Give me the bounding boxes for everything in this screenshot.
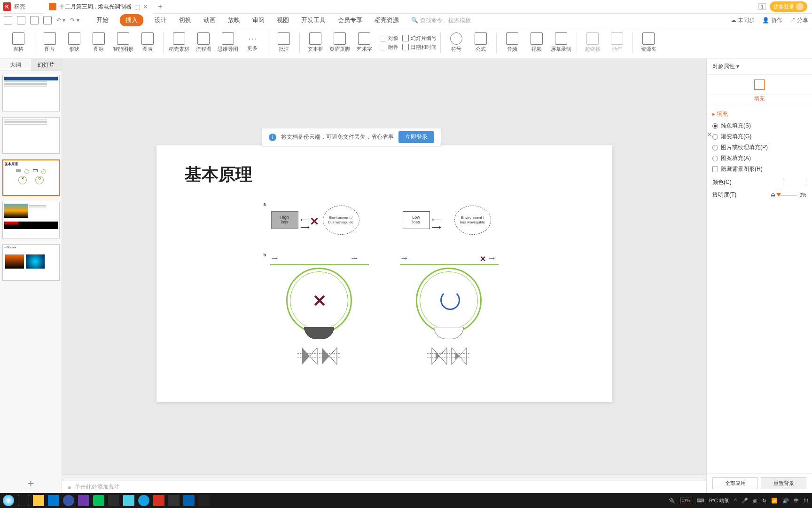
slide-thumb[interactable]: —TE mode: [2, 244, 60, 281]
task-view-icon[interactable]: [18, 495, 29, 506]
slide-thumb[interactable]: [2, 202, 60, 238]
tab-start[interactable]: 开始: [95, 14, 109, 26]
tab-transition[interactable]: 切换: [178, 14, 192, 26]
start-button[interactable]: [3, 495, 14, 506]
insert-headerfooter[interactable]: 页眉页脚: [328, 29, 351, 57]
sync-status[interactable]: ☁ 未同步: [731, 16, 755, 24]
insert-screenrec[interactable]: 屏幕录制: [549, 29, 573, 57]
insert-shape[interactable]: 形状: [62, 29, 86, 57]
insert-equation[interactable]: 公式: [469, 29, 492, 57]
clock[interactable]: 11: [804, 498, 809, 503]
sidebar-tab-outline[interactable]: 大纲: [0, 59, 31, 71]
minus-icon[interactable]: ⊖: [771, 192, 775, 198]
explorer-icon[interactable]: [33, 495, 44, 506]
tab-design[interactable]: 设计: [154, 14, 168, 26]
insert-flowchart[interactable]: 流程图: [192, 29, 215, 57]
insert-action[interactable]: 动作: [605, 29, 629, 57]
guest-login-button[interactable]: 访客登录: [770, 1, 807, 12]
banner-close-icon[interactable]: ✕: [707, 131, 712, 138]
share-button[interactable]: ↗ 分享: [790, 16, 808, 24]
fill-solid-radio[interactable]: 纯色填充(S): [712, 122, 806, 130]
slide-thumb[interactable]: [2, 75, 60, 111]
tab-view[interactable]: 视图: [276, 14, 290, 26]
window-index[interactable]: 1: [758, 3, 766, 10]
undo-button[interactable]: ↶ ▾: [56, 17, 65, 24]
redo-button[interactable]: ↷ ▾: [70, 17, 79, 24]
banner-login-button[interactable]: 立即登录: [398, 131, 434, 143]
app-icon[interactable]: [78, 495, 89, 506]
app-icon[interactable]: [168, 495, 180, 506]
save-as-icon[interactable]: [17, 16, 25, 24]
tab-member[interactable]: 会员专享: [337, 14, 363, 26]
insert-object[interactable]: 对象: [380, 35, 398, 42]
slide-thumb-current[interactable]: 基本原理 ✕ ↻: [2, 159, 60, 196]
battery-status[interactable]: 17%: [680, 498, 692, 503]
slide[interactable]: 基本原理 a High loss ⟵⟶ ✕ Environment / bus …: [156, 145, 612, 402]
tab-resources[interactable]: 稻壳资源: [374, 14, 400, 26]
print-icon[interactable]: [30, 16, 39, 24]
insert-assets[interactable]: 资源夹: [637, 29, 660, 57]
print-preview-icon[interactable]: [43, 16, 52, 24]
command-search[interactable]: 🔍 查找命令、搜索模板: [411, 16, 471, 24]
wps-icon[interactable]: [153, 495, 164, 506]
slide-canvas[interactable]: 基本原理 a High loss ⟵⟶ ✕ Environment / bus …: [62, 59, 706, 474]
mail-icon[interactable]: [48, 495, 59, 506]
edge-icon[interactable]: [138, 495, 149, 506]
app-icon[interactable]: [183, 495, 195, 506]
tab-review[interactable]: 审阅: [251, 14, 265, 26]
insert-audio[interactable]: 音频: [500, 29, 524, 57]
apply-all-button[interactable]: 全部应用: [712, 477, 758, 489]
collaborate-button[interactable]: 👤 协作: [762, 16, 782, 24]
tray-chevron-icon[interactable]: ^: [734, 498, 737, 503]
insert-table[interactable]: 表格: [7, 29, 30, 57]
tab-devtools[interactable]: 开发工具: [300, 14, 327, 26]
insert-textbox[interactable]: 文本框: [304, 29, 327, 57]
fill-picture-radio[interactable]: 图片或纹理填充(P): [712, 143, 806, 151]
opacity-slider[interactable]: ⊖ 0%: [771, 192, 806, 198]
fill-section-header[interactable]: ▸ 填充: [712, 110, 806, 118]
horizontal-scrollbar[interactable]: [62, 474, 706, 481]
insert-mindmap[interactable]: 思维导图: [216, 29, 240, 57]
insert-datetime[interactable]: 日期和时间: [402, 44, 437, 51]
panel-title[interactable]: 对象属性 ▾: [707, 59, 812, 75]
save-icon[interactable]: [4, 16, 12, 24]
add-slide-button[interactable]: +: [0, 474, 62, 493]
tab-close-icon[interactable]: ✕: [143, 3, 148, 10]
insert-attachment[interactable]: 附件: [380, 44, 398, 51]
sidebar-tab-slides[interactable]: 幻灯片: [31, 59, 62, 71]
fill-pattern-radio[interactable]: 图案填充(A): [712, 154, 806, 162]
new-tab-button[interactable]: +: [153, 2, 167, 11]
wechat-icon[interactable]: [93, 495, 104, 506]
location-icon[interactable]: ◎: [753, 498, 757, 504]
insert-video[interactable]: 视频: [525, 29, 548, 57]
tab-pin-icon[interactable]: ⬚: [134, 3, 140, 10]
insert-comment[interactable]: 批注: [272, 29, 296, 57]
document-tab[interactable]: 十二月第三周...烯电光调制器 ⬚ ✕: [44, 0, 153, 14]
volume-icon[interactable]: 🔊: [782, 498, 789, 504]
notes-pane[interactable]: ≡ 单击此处添加备注: [62, 481, 706, 493]
tab-animation[interactable]: 动画: [203, 14, 217, 26]
insert-icons[interactable]: 图标: [87, 29, 110, 57]
insert-symbol[interactable]: 符号: [445, 29, 468, 57]
app-icon[interactable]: [108, 495, 119, 506]
fill-tab-label[interactable]: 填充: [707, 95, 812, 105]
sync-tray-icon[interactable]: ↻: [762, 498, 766, 504]
fill-tab-icon[interactable]: [754, 79, 765, 90]
slider-knob-icon[interactable]: [776, 193, 781, 197]
slide-thumb[interactable]: [2, 117, 60, 154]
insert-more[interactable]: ⋯更多: [241, 29, 264, 57]
insert-smartart[interactable]: 智能图形: [111, 29, 135, 57]
weather-status[interactable]: 9°C 晴朗: [709, 497, 730, 504]
insert-picture[interactable]: 图片: [38, 29, 62, 57]
insert-hyperlink[interactable]: 超链接: [581, 29, 604, 57]
insert-chart[interactable]: 图表: [136, 29, 159, 57]
fill-gradient-radio[interactable]: 渐变填充(G): [712, 133, 806, 141]
ime-indicator[interactable]: 中: [794, 497, 799, 504]
app-icon[interactable]: [63, 495, 74, 506]
tab-insert[interactable]: 插入: [120, 14, 143, 26]
app-icon[interactable]: [198, 495, 210, 506]
insert-docer[interactable]: 稻壳素材: [167, 29, 191, 57]
insert-wordart[interactable]: 艺术字: [352, 29, 376, 57]
reset-bg-button[interactable]: 重置背景: [761, 477, 806, 489]
tab-slideshow[interactable]: 放映: [227, 14, 241, 26]
